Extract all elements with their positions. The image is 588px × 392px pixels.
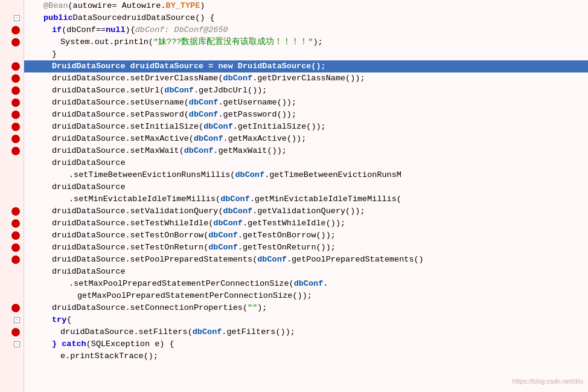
code-token: dbConf bbox=[223, 205, 253, 217]
code-token: (autowire= Autowire. bbox=[68, 0, 166, 12]
code-token: ) bbox=[200, 0, 205, 12]
code-token: .getDriverClassName()); bbox=[252, 72, 365, 85]
code-token: "妹???数据库配置没有该取成功！！！！" bbox=[153, 36, 313, 48]
code-token: dbConf bbox=[193, 326, 222, 338]
code-line: druidDataSource.setTestOnReturn(dbConf.g… bbox=[24, 242, 588, 254]
gutter-row bbox=[0, 254, 24, 266]
code-token: dbConf bbox=[208, 242, 238, 254]
code-token: .println( bbox=[109, 36, 153, 48]
breakpoint-icon[interactable] bbox=[11, 123, 20, 131]
gutter-row bbox=[0, 85, 24, 97]
gutter-row bbox=[0, 290, 24, 302]
gutter-row bbox=[0, 72, 24, 85]
code-token: dbConf bbox=[203, 121, 233, 133]
code-token: druidDataSource.setPassword( bbox=[52, 109, 189, 121]
gutter-row bbox=[0, 0, 24, 12]
code-line: druidDataSource.setMaxActive(dbConf.getM… bbox=[24, 133, 588, 145]
code-line: druidDataSource.setValidationQuery(dbCon… bbox=[24, 205, 588, 217]
code-token: .getFilters()); bbox=[222, 326, 295, 338]
code-token: ); bbox=[313, 36, 322, 48]
code-token: .setTimeBetweenEvictionRunsMillis( bbox=[69, 169, 235, 181]
breakpoint-icon[interactable] bbox=[11, 207, 20, 216]
code-token: druidDataSource.setValidationQuery( bbox=[52, 205, 223, 217]
code-token: druidDataSource.setDriverClassName( bbox=[52, 72, 223, 85]
code-token: if bbox=[52, 24, 62, 36]
code-token: "" bbox=[248, 302, 257, 314]
breakpoint-icon[interactable] bbox=[11, 111, 20, 119]
code-token: . bbox=[323, 278, 328, 290]
code-token: dbConf bbox=[194, 133, 223, 145]
breakpoint-icon[interactable] bbox=[11, 26, 20, 34]
code-token: dbConf bbox=[294, 278, 324, 290]
code-line: druidDataSource bbox=[24, 157, 588, 169]
code-line: DruidDataSource druidDataSource = new Dr… bbox=[24, 60, 588, 72]
code-line: druidDataSource bbox=[24, 266, 588, 278]
code-line: } catch (SQLException e) { bbox=[24, 338, 588, 350]
code-token: .getPoolPreparedStatements() bbox=[287, 254, 424, 266]
code-token: ); bbox=[257, 302, 267, 314]
code-token: (SQLException e) { bbox=[86, 338, 174, 350]
code-token: .getInitialSize()); bbox=[233, 121, 326, 133]
gutter-row bbox=[0, 24, 24, 36]
gutter-row bbox=[0, 133, 24, 145]
breakpoint-icon[interactable] bbox=[11, 243, 20, 252]
code-token: dbConf bbox=[257, 254, 287, 266]
breakpoint-icon[interactable] bbox=[11, 255, 20, 264]
gutter-row bbox=[0, 230, 24, 242]
code-token: .getTestOnBorrow()); bbox=[238, 230, 336, 242]
code-line: druidDataSource.setInitialSize(dbConf.ge… bbox=[24, 121, 588, 133]
code-token: dbConf: DbConf@2650 bbox=[135, 24, 228, 36]
code-token: druidDataSource.setUrl( bbox=[52, 85, 164, 97]
gutter-row bbox=[0, 326, 24, 338]
code-token: dbConf bbox=[189, 109, 219, 121]
code-token: DruidDataSource druidDataSource = new Dr… bbox=[52, 60, 326, 72]
breakpoint-icon[interactable] bbox=[11, 219, 20, 228]
code-token: .getMinEvictableIdleTimeMillis( bbox=[250, 193, 401, 205]
breakpoint-icon[interactable] bbox=[11, 328, 20, 336]
gutter-row: - bbox=[0, 12, 24, 24]
code-line: public DataSource druidDataSource() { bbox=[24, 12, 588, 24]
breakpoint-icon[interactable] bbox=[11, 231, 20, 240]
fold-icon[interactable]: - bbox=[14, 317, 20, 323]
breakpoint-icon[interactable] bbox=[11, 304, 20, 312]
breakpoint-icon[interactable] bbox=[11, 86, 20, 95]
gutter-row bbox=[0, 97, 24, 109]
code-token: druidDataSource.setMaxActive( bbox=[52, 133, 194, 145]
code-token: } catch bbox=[52, 338, 86, 350]
code-token: { bbox=[66, 314, 71, 326]
code-token: .getValidationQuery()); bbox=[252, 205, 365, 217]
breakpoint-icon[interactable] bbox=[11, 147, 20, 155]
code-token: druidDataSource.setTestWhileIdle( bbox=[52, 217, 213, 230]
code-token: (dbConf== bbox=[62, 24, 106, 36]
code-area[interactable]: @Bean(autowire= Autowire.BY_TYPE)public … bbox=[24, 0, 588, 392]
code-line: druidDataSource bbox=[24, 181, 588, 193]
code-line: try { bbox=[24, 314, 588, 326]
gutter-row bbox=[0, 145, 24, 157]
code-line: .setMaxPoolPreparedStatementPerConnectio… bbox=[24, 278, 588, 290]
breakpoint-icon[interactable] bbox=[11, 62, 20, 71]
breakpoint-icon[interactable] bbox=[11, 135, 20, 143]
code-token: druidDataSource bbox=[122, 12, 196, 24]
code-token: } bbox=[52, 48, 57, 60]
code-token: System. bbox=[60, 36, 95, 48]
fold-icon[interactable]: - bbox=[14, 15, 20, 21]
code-token: e.printStackTrace(); bbox=[60, 350, 158, 362]
breakpoint-icon[interactable] bbox=[11, 98, 20, 107]
breakpoint-icon[interactable] bbox=[11, 38, 20, 47]
code-line: } bbox=[24, 48, 588, 60]
code-token: druidDataSource.setTestOnReturn( bbox=[52, 242, 208, 254]
line-gutter: --- bbox=[0, 0, 24, 392]
code-token: getMaxPoolPreparedStatementPerConnection… bbox=[77, 290, 312, 302]
gutter-row bbox=[0, 217, 24, 230]
gutter-row bbox=[0, 121, 24, 133]
code-token: dbConf bbox=[184, 145, 214, 157]
fold-icon[interactable]: - bbox=[14, 341, 20, 347]
gutter-row: - bbox=[0, 314, 24, 326]
code-token: .getTestOnReturn()); bbox=[238, 242, 336, 254]
breakpoint-icon[interactable] bbox=[11, 74, 20, 83]
code-token: .getJdbcUrl()); bbox=[194, 85, 267, 97]
code-line: druidDataSource.setUsername(dbConf.getUs… bbox=[24, 97, 588, 109]
code-token: dbConf bbox=[208, 230, 238, 242]
code-token: .setMaxPoolPreparedStatementPerConnectio… bbox=[69, 278, 294, 290]
code-token: ){ bbox=[126, 24, 135, 36]
